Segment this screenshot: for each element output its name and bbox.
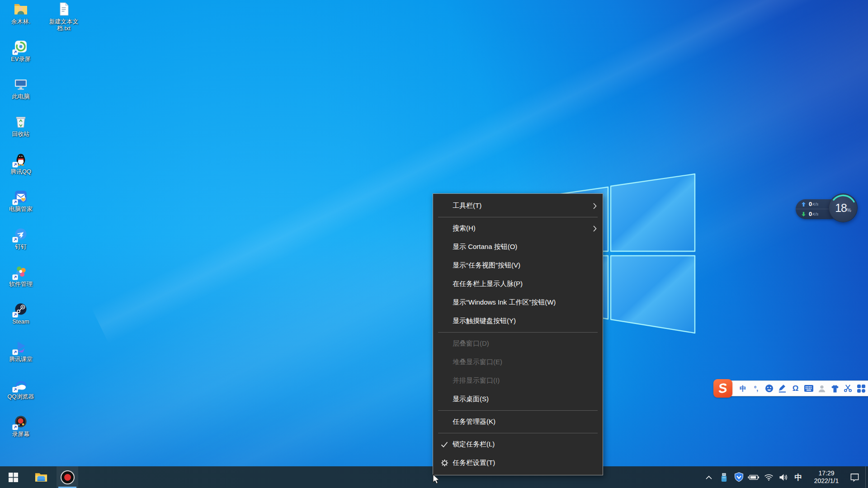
- desktop-icon-label: QQ浏览器: [7, 393, 34, 400]
- desktop-icon-label: 软件管理: [9, 281, 33, 287]
- record-icon: [61, 470, 75, 484]
- shortcut-arrow-icon: [12, 312, 18, 318]
- menu-item-show-task-view-button[interactable]: 显示“任务视图”按钮(V): [433, 256, 603, 275]
- text-document-icon: [57, 2, 71, 16]
- desktop-icon-label: 录屏幕: [12, 431, 30, 437]
- desktop-icon-qq-browser[interactable]: QQ浏览器: [4, 376, 38, 400]
- usage-percent-circle[interactable]: 18 %: [829, 193, 858, 222]
- sogou-logo[interactable]: S: [713, 379, 732, 398]
- windows-start-icon: [9, 473, 18, 482]
- download-speed-value: 0: [809, 211, 812, 217]
- desktop-icon-qq[interactable]: 腾讯QQ: [4, 151, 38, 175]
- download-arrow-icon: [802, 212, 806, 216]
- menu-item-show-windows-side-by-side: 并排显示窗口(I): [433, 371, 603, 390]
- menu-item-show-people-on-taskbar[interactable]: 在任务栏上显示人脉(P): [433, 275, 603, 293]
- recycle-bin-icon: [14, 114, 28, 129]
- desktop-icon-label: 此电脑: [12, 93, 30, 100]
- tray-security-shield-icon[interactable]: [733, 466, 745, 488]
- menu-separator: [438, 433, 598, 433]
- shortcut-arrow-icon: [12, 49, 18, 55]
- menu-item-taskbar-settings[interactable]: 任务栏设置(T): [433, 454, 603, 472]
- chevron-up-icon: [706, 475, 712, 479]
- special-symbols-button[interactable]: Ω: [789, 383, 802, 394]
- menu-item-show-touch-keyboard-button[interactable]: 显示触摸键盘按钮(Y): [433, 312, 603, 330]
- soft-keyboard-button[interactable]: [802, 383, 815, 394]
- menu-item-show-windows-stacked: 堆叠显示窗口(E): [433, 353, 603, 371]
- gear-icon: [441, 459, 448, 467]
- clock-time: 17:29: [807, 469, 845, 477]
- desktop-icon-label: Steam: [12, 318, 29, 325]
- clock-date: 2022/1/1: [807, 477, 845, 485]
- shortcut-arrow-icon: [12, 199, 18, 205]
- punctuation-toggle-button[interactable]: °,: [750, 383, 763, 394]
- desktop-icon-label: 腾讯QQ: [10, 168, 31, 175]
- shortcut-arrow-icon: [12, 237, 18, 243]
- file-explorer-button[interactable]: [30, 466, 52, 488]
- shortcut-arrow-icon: [12, 387, 18, 393]
- submenu-arrow-icon: [593, 203, 597, 209]
- desktop-icon-text-document[interactable]: 新建文本文档.txt: [47, 1, 81, 32]
- menu-item-show-windows-ink-workspace-button[interactable]: 显示“Windows Ink 工作区”按钮(W): [433, 293, 603, 312]
- language-toggle-button[interactable]: 中: [736, 383, 750, 394]
- submenu-arrow-icon: [593, 225, 597, 232]
- tray-volume-icon[interactable]: [778, 466, 789, 488]
- desktop-icon-software-manager[interactable]: 软件管理: [4, 264, 38, 287]
- this-pc-icon: [14, 77, 28, 91]
- system-tray: 中 17:29 2022/1/1: [703, 466, 868, 488]
- smiley-icon: [765, 384, 774, 393]
- desktop-icon-this-pc[interactable]: 此电脑: [4, 76, 38, 100]
- menu-item-search[interactable]: 搜索(H): [433, 219, 603, 238]
- scissors-icon: [844, 384, 852, 393]
- desktop-icon-label: 腾讯课堂: [9, 356, 33, 362]
- recorder-app-taskbar-button[interactable]: [57, 466, 78, 488]
- upload-speed-unit: K/s: [812, 202, 818, 206]
- account-button[interactable]: [815, 383, 828, 394]
- pencil-icon: [778, 384, 787, 393]
- desktop-icon-label: 钉钉: [15, 243, 27, 250]
- screenshot-button[interactable]: [841, 383, 854, 394]
- tray-show-hidden-icons-button[interactable]: [703, 466, 715, 488]
- folder-icon: [35, 472, 47, 483]
- person-icon: [818, 385, 826, 393]
- skin-button[interactable]: [828, 383, 841, 394]
- menu-item-task-manager[interactable]: 任务管理器(K): [433, 413, 603, 431]
- desktop-icon-ev-recorder[interactable]: EV录屏: [4, 39, 38, 62]
- language-zh-label: 中: [795, 472, 802, 483]
- tray-battery-icon[interactable]: [748, 466, 760, 488]
- desktop-icon-tencent-classroom[interactable]: 腾讯课堂: [4, 339, 38, 362]
- desktop-icon-recycle-bin[interactable]: 回收站: [4, 114, 38, 137]
- start-button[interactable]: [2, 466, 24, 488]
- menu-separator: [438, 410, 598, 411]
- desktop-icon-dingtalk[interactable]: 钉钉: [4, 226, 38, 250]
- tray-usb-device-icon[interactable]: [718, 466, 730, 488]
- action-center-button[interactable]: [849, 466, 860, 488]
- emoji-button[interactable]: [763, 383, 776, 394]
- tray-network-icon[interactable]: [763, 466, 774, 488]
- checkmark-icon: [441, 441, 448, 448]
- menu-item-show-cortana-button[interactable]: 显示 Cortana 按钮(O): [433, 238, 603, 256]
- handwriting-button[interactable]: [776, 383, 789, 394]
- taskbar-clock[interactable]: 17:29 2022/1/1: [807, 469, 845, 485]
- show-desktop-button[interactable]: [865, 466, 866, 488]
- usage-arc: [829, 193, 858, 222]
- menu-item-show-desktop[interactable]: 显示桌面(S): [433, 390, 603, 408]
- taskbar-context-menu: 工具栏(T) 搜索(H) 显示 Cortana 按钮(O) 显示“任务视图”按钮…: [433, 193, 603, 475]
- tray-input-language-indicator[interactable]: 中: [793, 466, 804, 488]
- shortcut-arrow-icon: [12, 424, 18, 430]
- desktop-icon-user-folder[interactable]: 余木林.: [4, 1, 38, 25]
- desktop-icon-pc-manager[interactable]: 电脑管家: [4, 189, 38, 212]
- desktop-icon-label: 回收站: [12, 131, 30, 137]
- menu-item-toolbars[interactable]: 工具栏(T): [433, 197, 603, 215]
- desktop-icon-steam[interactable]: Steam: [4, 301, 38, 325]
- menu-separator: [438, 217, 598, 217]
- download-speed-unit: K/s: [812, 212, 818, 216]
- usb-drive-icon: [720, 473, 728, 482]
- desktop-icon-screen-recorder[interactable]: 录屏幕: [4, 414, 38, 437]
- grid-icon: [857, 385, 865, 393]
- menu-item-lock-taskbar[interactable]: 锁定任务栏(L): [433, 435, 603, 454]
- desktop-icon-label: 电脑管家: [9, 206, 33, 212]
- toolbox-button[interactable]: [854, 383, 868, 394]
- shortcut-arrow-icon: [12, 162, 18, 168]
- desktop-icon-label: 余木林.: [11, 18, 31, 25]
- desktop-icon-label: EV录屏: [11, 56, 30, 62]
